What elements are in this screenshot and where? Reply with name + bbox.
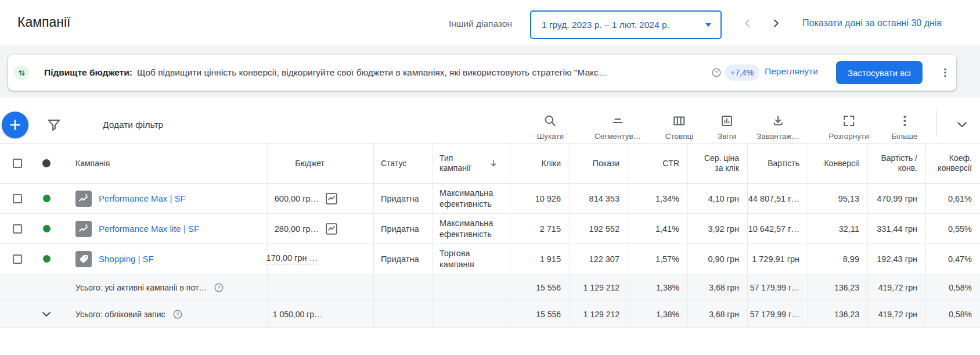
cost-value: 44 807,51 г…	[747, 184, 808, 213]
add-campaign-button[interactable]	[2, 112, 28, 138]
review-link[interactable]: Переглянути	[765, 66, 818, 77]
chevron-down-icon	[40, 308, 53, 321]
recommendation-more-menu[interactable]	[937, 64, 953, 81]
expand-totals-button[interactable]	[40, 308, 53, 321]
row-checkbox[interactable]	[13, 254, 22, 264]
campaign-link[interactable]: Shopping | SF	[99, 254, 154, 264]
budget-value[interactable]: 280,00 гр…	[275, 224, 319, 234]
recommendation-text: Щоб підвищити цінність конверсії, відкор…	[137, 67, 607, 78]
segment-button[interactable]: Сегментув…	[595, 114, 641, 141]
filter-button[interactable]	[46, 117, 62, 135]
status-enabled-dot[interactable]	[43, 225, 51, 232]
col-header-conversions[interactable]: Конверсії	[808, 144, 867, 183]
clicks-value: 10 926	[510, 184, 569, 213]
impressions-total: 1 129 212	[569, 274, 628, 300]
summary-row-account-total: Усього: обліковий запис ? 1 050,00 гр… 1…	[0, 301, 980, 328]
status-enabled-dot[interactable]	[43, 255, 51, 263]
status-enabled-dot[interactable]	[43, 195, 51, 202]
download-icon	[771, 114, 785, 128]
svg-text:?: ?	[176, 311, 179, 317]
col-header-clicks[interactable]: Кліки	[510, 144, 569, 183]
cost-value: 10 642,57 г…	[747, 214, 808, 243]
chevron-right-icon	[770, 17, 783, 30]
summary-help-icon[interactable]: ?	[172, 309, 183, 320]
cost-per-conv-value: 331,44 грн	[867, 214, 925, 243]
more-vertical-icon	[939, 67, 951, 78]
search-button[interactable]: Шукати	[537, 114, 564, 141]
funnel-icon	[46, 117, 62, 132]
campaign-link[interactable]: Performance Max lite | SF	[99, 224, 199, 234]
page-title: Кампанії	[17, 15, 70, 30]
add-filter-label[interactable]: Додати фільтр	[103, 120, 163, 130]
col-header-budget[interactable]: Бюджет	[267, 144, 373, 183]
select-all-checkbox[interactable]	[13, 159, 22, 168]
recommendation-title: Підвищте бюджети:	[44, 67, 132, 78]
table-toolbar: Додати фільтр Шукати Сегментув… Стовпці …	[0, 98, 980, 143]
show-last-30-days-link[interactable]: Показати дані за останні 30 днів	[802, 18, 942, 28]
date-range-value: 1 груд. 2023 р. – 1 лют. 2024 р.	[542, 20, 669, 30]
table-row: Shopping | SF 170,00 грн … Придатна Торг…	[0, 244, 980, 274]
row-checkbox[interactable]	[13, 224, 22, 234]
col-header-status[interactable]: Статус	[373, 144, 432, 183]
col-header-type[interactable]: Тип кампанії	[432, 144, 510, 183]
summary-help-icon[interactable]: ?	[214, 282, 224, 293]
impressions-value: 192 552	[569, 214, 628, 243]
campaign-type-value: Торгова кампанія	[432, 244, 510, 274]
search-icon	[543, 114, 557, 128]
row-checkbox[interactable]	[13, 194, 22, 203]
col-header-conv-rate[interactable]: Коеф. конверсії	[925, 144, 980, 183]
reports-button[interactable]: Звіти	[718, 114, 736, 141]
campaigns-table: Кампанія Бюджет Статус Тип кампанії Клік…	[0, 143, 980, 328]
status-circle-header-icon[interactable]	[42, 159, 51, 167]
date-range-type-label: Інший діапазон	[449, 19, 512, 29]
impressions-value: 814 353	[569, 184, 628, 213]
cost-total: 57 179,99 г…	[747, 301, 808, 327]
budget-chart-icon[interactable]	[325, 222, 338, 236]
col-header-campaign[interactable]: Кампанія	[60, 144, 267, 183]
campaign-link[interactable]: Performance Max | SF	[99, 193, 186, 203]
plus-icon	[8, 117, 23, 132]
expand-icon	[842, 114, 856, 128]
cost-per-conv-total: 419,72 грн	[867, 274, 925, 300]
col-header-impressions[interactable]: Покази	[569, 144, 628, 183]
date-range-dropdown[interactable]: 1 груд. 2023 р. – 1 лют. 2024 р.	[530, 10, 722, 39]
recommendation-help-icon[interactable]: ?	[711, 67, 722, 78]
conv-rate-value: 0,47%	[925, 244, 980, 274]
columns-button[interactable]: Стовпці	[665, 114, 694, 141]
conversions-total: 136,23	[808, 301, 867, 327]
prev-period-button[interactable]	[741, 17, 754, 32]
clicks-total: 15 556	[510, 301, 569, 327]
recommendation-card: Підвищте бюджети: Щоб підвищити цінність…	[8, 55, 956, 91]
campaign-type-value: Максимальна ефективність	[432, 184, 510, 213]
clicks-total: 15 556	[510, 274, 569, 300]
col-header-ctr[interactable]: CTR	[628, 144, 687, 183]
ctr-total: 1,38%	[628, 301, 687, 327]
expand-button[interactable]: Розгорнути	[828, 114, 869, 141]
budget-value-editable[interactable]: 170,00 грн …	[266, 253, 318, 264]
conv-rate-total: 0,58%	[925, 274, 980, 300]
performance-max-icon	[75, 191, 92, 207]
status-value: Придатна	[373, 184, 432, 213]
avg-cpc-value: 4,10 грн	[687, 184, 747, 213]
ctr-value: 1,41%	[628, 214, 687, 243]
col-header-cost[interactable]: Вартість	[747, 144, 808, 183]
recommendation-band: Підвищте бюджети: Щоб підвищити цінність…	[0, 46, 980, 98]
download-button[interactable]: Завантаж…	[756, 114, 799, 141]
ctr-value: 1,57%	[628, 244, 687, 274]
campaign-type-value: Максимальна ефективність	[432, 214, 510, 243]
shopping-campaign-icon	[75, 251, 92, 267]
cost-value: 1 729,91 грн	[747, 244, 808, 274]
budget-value[interactable]: 600,00 гр…	[275, 194, 319, 203]
more-button[interactable]: Більше	[891, 114, 917, 141]
performance-max-icon	[75, 221, 92, 237]
collapse-table-button[interactable]	[954, 117, 970, 134]
apply-all-button[interactable]: Застосувати всі	[836, 61, 923, 84]
col-header-cost-per-conv[interactable]: Вартість / конв.	[867, 144, 925, 183]
col-header-avg-cpc[interactable]: Сер. ціна за клік	[687, 144, 747, 183]
budget-chart-icon[interactable]	[325, 192, 338, 206]
more-vertical-icon	[898, 114, 911, 128]
svg-text:?: ?	[218, 285, 221, 291]
avg-cpc-value: 3,92 грн	[687, 214, 747, 243]
budget-uplift-icon	[14, 65, 29, 80]
next-period-button[interactable]	[770, 17, 783, 32]
